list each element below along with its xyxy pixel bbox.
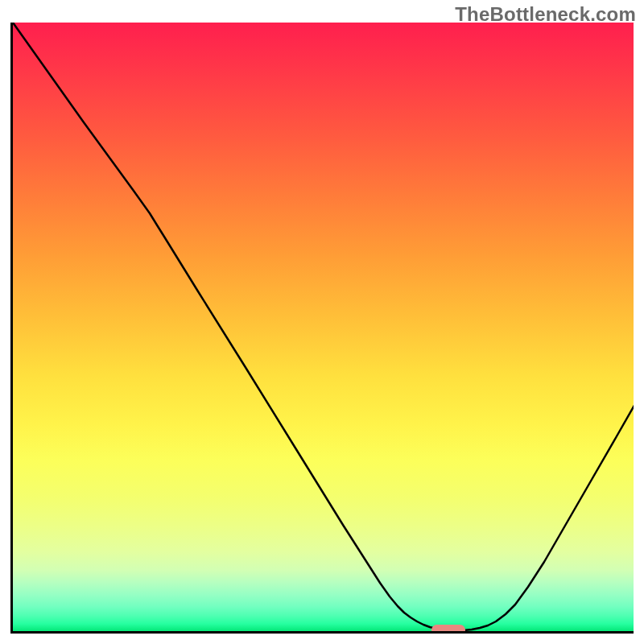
optimal-marker <box>431 625 465 634</box>
bottleneck-curve <box>13 23 634 634</box>
bottleneck-chart: TheBottleneck.com <box>0 0 644 644</box>
plot-area <box>10 23 634 634</box>
